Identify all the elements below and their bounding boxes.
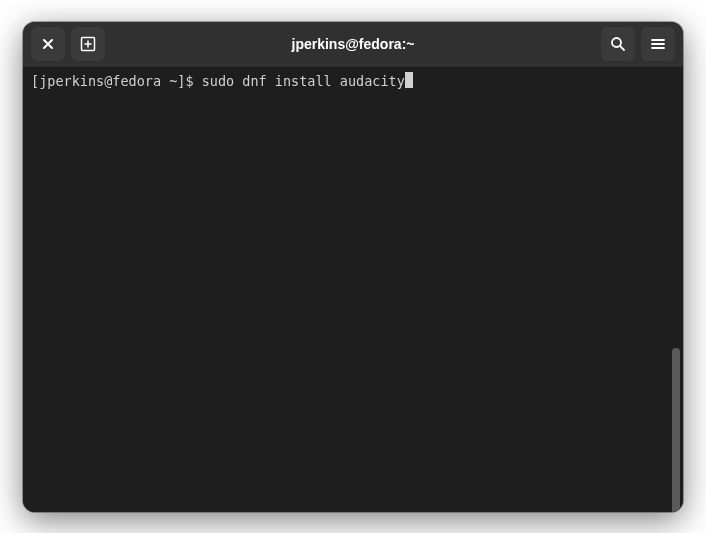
titlebar: jperkins@fedora:~ [23, 22, 683, 68]
titlebar-left-controls [31, 27, 105, 61]
prompt: [jperkins@fedora ~]$ [31, 73, 202, 89]
scrollbar[interactable] [672, 348, 680, 512]
search-button[interactable] [601, 27, 635, 61]
terminal-content[interactable]: [jperkins@fedora ~]$ sudo dnf install au… [23, 68, 683, 512]
close-icon [41, 37, 55, 51]
window-title: jperkins@fedora:~ [111, 36, 595, 52]
command-text: sudo dnf install audacity [202, 73, 405, 89]
terminal-line: [jperkins@fedora ~]$ sudo dnf install au… [31, 72, 675, 91]
cursor [405, 72, 413, 88]
terminal-window: jperkins@fedora:~ [jperkins@fedor [23, 22, 683, 512]
search-icon [610, 36, 626, 52]
new-tab-button[interactable] [71, 27, 105, 61]
menu-button[interactable] [641, 27, 675, 61]
new-tab-icon [80, 36, 96, 52]
hamburger-icon [650, 36, 666, 52]
close-button[interactable] [31, 27, 65, 61]
titlebar-right-controls [601, 27, 675, 61]
